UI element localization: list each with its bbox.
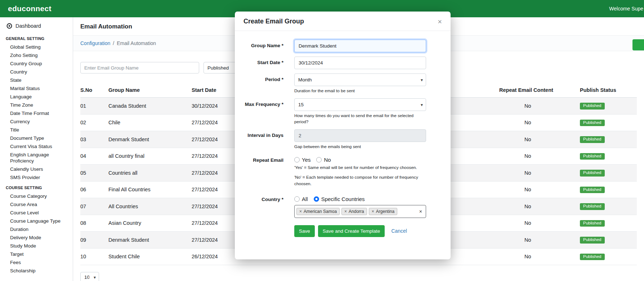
sidebar-item[interactable]: Marital Status xyxy=(6,84,71,93)
col-repeat-email-content: Repeat Email Content xyxy=(499,83,580,98)
sidebar-item[interactable]: Calendly Users xyxy=(6,165,71,173)
repeat-yes-radio[interactable] xyxy=(294,157,300,162)
cell-repeat-email-content: No xyxy=(499,198,580,215)
sidebar-item[interactable]: Document Type xyxy=(6,134,71,142)
sidebar-item[interactable]: Title xyxy=(6,126,71,134)
selected-countries: ×American Samoa×Andorra×Argentina xyxy=(296,208,397,215)
breadcrumb-separator: / xyxy=(113,40,114,46)
add-email-group-button[interactable] xyxy=(632,39,644,50)
col-group-name: Group Name xyxy=(108,83,192,98)
cell-sno: 07 xyxy=(80,198,108,215)
country-tag[interactable]: ×Andorra xyxy=(341,208,367,215)
status-badge: Published xyxy=(580,136,605,143)
sidebar-item[interactable]: Current Visa Status xyxy=(6,142,71,151)
start-date-input[interactable] xyxy=(294,57,426,69)
repeat-no-label[interactable]: No xyxy=(324,157,331,163)
sidebar-item[interactable]: Duration xyxy=(6,225,71,233)
sidebar-item[interactable]: SMS Provider xyxy=(6,173,71,182)
status-badge: Published xyxy=(580,187,605,193)
sidebar-item[interactable]: Fees xyxy=(6,258,71,267)
pagination: 10 xyxy=(73,265,644,281)
country-multiselect[interactable]: ×American Samoa×Andorra×Argentina × xyxy=(294,205,426,218)
cell-repeat-email-content: No xyxy=(499,165,580,182)
sidebar-item[interactable]: Study Mode xyxy=(6,242,71,250)
repeat-email-label: Repeat Email xyxy=(242,154,283,187)
cell-repeat-email-content: No xyxy=(499,98,580,115)
repeat-yes-label[interactable]: Yes xyxy=(302,157,310,163)
sidebar-item[interactable]: Scholarship xyxy=(6,267,71,275)
cell-publish-status: Published xyxy=(580,232,637,249)
cell-group-name: Canada Student xyxy=(108,98,192,115)
page-size-select-wrap: 10 xyxy=(80,272,99,281)
status-badge: Published xyxy=(580,254,605,260)
col-sno: S.No xyxy=(80,83,108,98)
cell-publish-status: Published xyxy=(580,165,637,182)
sidebar-item[interactable]: Time Zone xyxy=(6,101,71,109)
sidebar-item[interactable]: Date Time Format xyxy=(6,109,71,117)
cell-group-name: Student Chile xyxy=(108,248,192,265)
period-select[interactable]: Month xyxy=(294,73,426,86)
cell-publish-status: Published xyxy=(580,198,637,215)
sidebar-item[interactable]: Country Group xyxy=(6,59,71,68)
cell-publish-status: Published xyxy=(580,248,637,265)
interval-input xyxy=(294,129,426,142)
close-icon[interactable]: × xyxy=(438,18,442,25)
brand-logo[interactable]: educonnect xyxy=(8,4,52,13)
sidebar-item[interactable]: Course Category xyxy=(6,192,71,200)
sidebar-section-title: GENERAL SETTING xyxy=(6,36,71,41)
cell-publish-status: Published xyxy=(580,98,637,115)
sidebar-item[interactable]: Global Setting xyxy=(6,43,71,51)
sidebar-item[interactable]: Course Level xyxy=(6,209,71,217)
status-badge: Published xyxy=(580,170,605,177)
repeat-no-radio[interactable] xyxy=(316,157,322,162)
country-tag[interactable]: ×Argentina xyxy=(369,208,397,215)
cell-sno: 03 xyxy=(80,131,108,148)
sidebar-item[interactable]: Course Language Type xyxy=(6,217,71,225)
max-frequency-select-wrap: 15 xyxy=(294,98,426,111)
period-select-wrap: Month xyxy=(294,73,426,86)
search-input[interactable] xyxy=(80,62,199,73)
country-all-label[interactable]: All xyxy=(302,196,308,202)
sidebar-item-dashboard[interactable]: Dashboard xyxy=(6,22,71,32)
sidebar-item[interactable]: English Language Proficiency xyxy=(6,151,71,165)
cell-group-name: all Country final xyxy=(108,148,192,165)
remove-tag-icon[interactable]: × xyxy=(344,209,347,214)
repeat-email-radio-group: Yes No xyxy=(294,154,426,163)
country-radio-group: All Specific Countries xyxy=(294,193,426,202)
breadcrumb-link-configuration[interactable]: Configuration xyxy=(80,40,110,46)
country-tag[interactable]: ×American Samoa xyxy=(296,208,340,215)
country-specific-radio[interactable] xyxy=(314,196,319,202)
create-email-group-modal: Create Email Group × Group Name * Start … xyxy=(235,12,451,259)
cell-sno: 04 xyxy=(80,148,108,165)
cell-sno: 02 xyxy=(80,114,108,131)
max-frequency-select[interactable]: 15 xyxy=(294,98,426,111)
modal-title: Create Email Group xyxy=(243,18,304,25)
sidebar-item[interactable]: Course Area xyxy=(6,200,71,209)
sidebar-item[interactable]: State xyxy=(6,76,71,84)
welcome-text: Welcome Supe xyxy=(609,6,643,12)
group-name-input[interactable] xyxy=(294,40,426,52)
clear-selection-icon[interactable]: × xyxy=(419,209,422,214)
save-button[interactable]: Save xyxy=(294,225,315,237)
sidebar-item[interactable]: Delivery Mode xyxy=(6,233,71,242)
page-size-select[interactable]: 10 xyxy=(80,272,99,281)
status-badge: Published xyxy=(580,120,605,126)
sidebar-item[interactable]: Zoho Setting xyxy=(6,51,71,59)
sidebar-item[interactable]: Country xyxy=(6,68,71,76)
remove-tag-icon[interactable]: × xyxy=(299,209,302,214)
repeat-no-help-text: 'No' = Each template needed to compose f… xyxy=(294,174,426,187)
remove-tag-icon[interactable]: × xyxy=(372,209,374,214)
sidebar-item[interactable]: Language xyxy=(6,93,71,101)
cell-publish-status: Published xyxy=(580,181,637,198)
country-specific-label[interactable]: Specific Countries xyxy=(321,196,365,202)
sidebar-item[interactable]: Currency xyxy=(6,117,71,126)
country-all-radio[interactable] xyxy=(294,196,300,202)
cell-group-name: Denmark Student xyxy=(108,232,192,249)
save-and-create-template-button[interactable]: Save and Create Template xyxy=(318,225,385,237)
cancel-link[interactable]: Cancel xyxy=(391,228,407,234)
cell-sno: 05 xyxy=(80,165,108,182)
country-label: Country * xyxy=(242,193,283,218)
cell-group-name: Denmark Student xyxy=(108,131,192,148)
sidebar-item[interactable]: Target xyxy=(6,250,71,258)
cell-group-name: Chile xyxy=(108,114,192,131)
